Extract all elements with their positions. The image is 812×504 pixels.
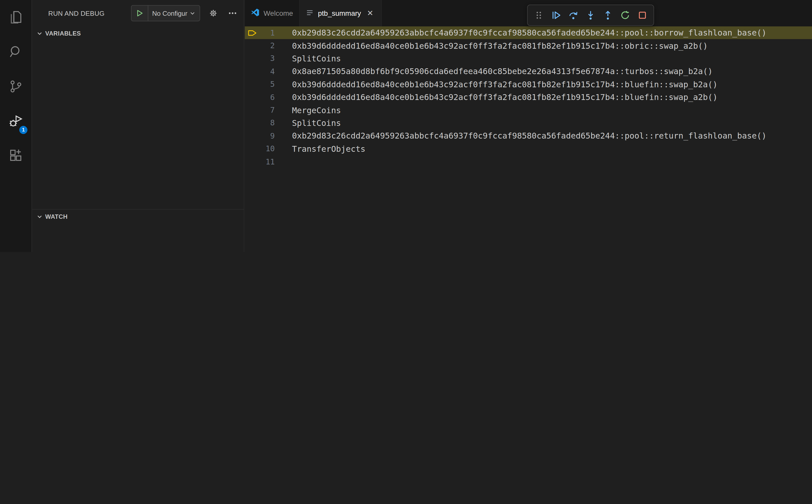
- line-number: 6: [260, 93, 275, 102]
- line-number: 8: [260, 119, 275, 128]
- line-text: SplitCoins: [275, 118, 341, 128]
- line-text: 0xb29d83c26cdd2a64959263abbcfc4a6937f0c9…: [275, 28, 767, 38]
- line-text: 0xb29d83c26cdd2a64959263abbcfc4a6937f0c9…: [275, 131, 767, 141]
- code-line: 10xb29d83c26cdd2a64959263abbcfc4a6937f0c…: [245, 26, 812, 39]
- files-icon: [8, 10, 23, 25]
- line-text: 0xb39d6dddedd16ed8a40ce0b1e6b43c92acf0ff…: [275, 80, 718, 89]
- step-out-button[interactable]: [601, 8, 615, 22]
- close-icon[interactable]: ✕: [365, 8, 375, 18]
- breakpoint-gutter[interactable]: [245, 39, 260, 52]
- breakpoint-gutter[interactable]: [245, 116, 260, 129]
- debug-config-label: No Configur: [148, 9, 189, 17]
- more-actions-button[interactable]: [226, 7, 239, 19]
- line-number: 7: [260, 106, 275, 115]
- breakpoint-gutter[interactable]: [245, 129, 260, 142]
- code-line: 60xb39d6dddedd16ed8a40ce0b1e6b43c92acf0f…: [245, 91, 812, 104]
- line-number: 3: [260, 54, 275, 63]
- source-control-icon: [8, 79, 23, 94]
- code-line: 20xb39d6dddedd16ed8a40ce0b1e6b43c92acf0f…: [245, 39, 812, 52]
- line-text: 0xb39d6dddedd16ed8a40ce0b1e6b43c92acf0ff…: [275, 41, 708, 51]
- continue-icon: [551, 10, 561, 20]
- vscode-logo-icon: [251, 8, 259, 18]
- line-number: 1: [260, 28, 275, 37]
- grip-dots-icon: [534, 11, 543, 20]
- stop-button[interactable]: [635, 8, 650, 22]
- continue-button[interactable]: [549, 8, 563, 22]
- restart-button[interactable]: [618, 8, 632, 22]
- breakpoint-gutter[interactable]: [245, 52, 260, 65]
- toolbar-drag-handle[interactable]: [532, 8, 546, 22]
- code-line: 3SplitCoins: [245, 52, 812, 65]
- line-text: 0xb39d6dddedd16ed8a40ce0b1e6b43c92acf0ff…: [275, 92, 718, 102]
- sidebar-titlebar: RUN AND DEBUG No Configur: [32, 0, 244, 26]
- code-editor[interactable]: 10xb29d83c26cdd2a64959263abbcfc4a6937f0c…: [245, 26, 812, 252]
- code-line: 11: [245, 155, 812, 168]
- line-number: 2: [260, 41, 275, 50]
- line-text: MergeCoins: [275, 105, 341, 115]
- debug-badge: 1: [19, 126, 27, 134]
- step-into-icon: [586, 10, 596, 20]
- stop-icon: [637, 10, 648, 20]
- tab-bar: Welcome ptb_summary ✕: [245, 0, 812, 26]
- code-line: 8SplitCoins: [245, 116, 812, 129]
- code-line: 7MergeCoins: [245, 104, 812, 117]
- step-over-icon: [568, 10, 578, 20]
- activity-source-control[interactable]: [0, 69, 31, 104]
- breakpoint-gutter[interactable]: [245, 26, 260, 39]
- list-file-icon: [306, 8, 314, 18]
- tab-ptb-summary[interactable]: ptb_summary ✕: [299, 0, 382, 26]
- chevron-down-icon: [189, 10, 199, 16]
- breakpoint-gutter[interactable]: [245, 142, 260, 155]
- line-number: 11: [260, 157, 275, 166]
- watch-section: WATCH: [32, 209, 244, 252]
- code-line: 90xb29d83c26cdd2a64959263abbcfc4a6937f0c…: [245, 129, 812, 142]
- search-icon: [8, 44, 23, 59]
- run-and-debug-sidebar: RUN AND DEBUG No Configur: [32, 0, 244, 252]
- breakpoint-gutter[interactable]: [245, 65, 260, 78]
- tab-label: ptb_summary: [318, 9, 361, 17]
- line-text: SplitCoins: [275, 54, 341, 63]
- variables-header[interactable]: VARIABLES: [32, 26, 244, 41]
- chevron-down-icon: [36, 30, 43, 37]
- debug-config-picker[interactable]: No Configur: [131, 5, 200, 21]
- tab-label: Welcome: [263, 9, 293, 17]
- line-number: 4: [260, 67, 275, 76]
- breakpoint-gutter[interactable]: [245, 104, 260, 117]
- line-text: 0x8ae871505a80d8bf6bf9c05906cda6edfeea46…: [275, 67, 713, 76]
- line-text: TransferObjects: [275, 144, 365, 154]
- variables-label: VARIABLES: [45, 30, 81, 37]
- activity-run-and-debug[interactable]: 1: [0, 104, 31, 138]
- line-number: 10: [260, 144, 275, 153]
- debug-icon: [8, 113, 23, 128]
- breakpoint-gutter[interactable]: [245, 78, 260, 91]
- vscode-window: 1: [0, 0, 812, 252]
- watch-label: WATCH: [45, 213, 68, 220]
- step-into-button[interactable]: [584, 8, 598, 22]
- line-number: 5: [260, 80, 275, 89]
- tab-welcome[interactable]: Welcome: [245, 0, 299, 26]
- step-out-icon: [603, 10, 613, 20]
- restart-icon: [620, 10, 630, 20]
- chevron-down-icon: [36, 213, 43, 220]
- activity-search[interactable]: [0, 35, 31, 69]
- extensions-icon: [8, 148, 23, 163]
- debug-toolbar: [527, 5, 654, 26]
- play-icon: [135, 9, 143, 17]
- code-lines: 10xb29d83c26cdd2a64959263abbcfc4a6937f0c…: [245, 26, 812, 168]
- activity-bar: 1: [0, 0, 32, 252]
- step-over-button[interactable]: [566, 8, 581, 22]
- start-debug-button[interactable]: [131, 6, 148, 21]
- debug-current-line-arrow: [248, 29, 257, 36]
- watch-header[interactable]: WATCH: [32, 210, 244, 224]
- variables-section: VARIABLES: [32, 26, 244, 209]
- breakpoint-gutter[interactable]: [245, 155, 260, 168]
- breakpoint-gutter[interactable]: [245, 91, 260, 104]
- code-line: 50xb39d6dddedd16ed8a40ce0b1e6b43c92acf0f…: [245, 78, 812, 91]
- activity-extensions[interactable]: [0, 138, 31, 173]
- code-line: 10TransferObjects: [245, 142, 812, 155]
- activity-explorer[interactable]: [0, 0, 31, 35]
- debug-settings-gear[interactable]: [207, 7, 219, 19]
- gear-icon: [209, 9, 218, 18]
- code-line: 40x8ae871505a80d8bf6bf9c05906cda6edfeea4…: [245, 65, 812, 78]
- ellipsis-icon: [228, 9, 237, 18]
